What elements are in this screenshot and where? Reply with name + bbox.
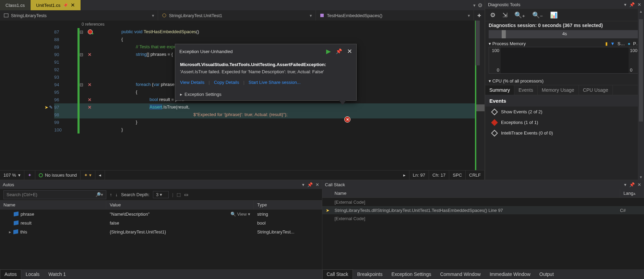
- stack-frame[interactable]: [External Code]: [322, 214, 644, 223]
- code-editor[interactable]: 0 references ➤ 87 ⊟ ● public void TestHa…: [0, 21, 485, 170]
- eol-mode[interactable]: CRLF: [466, 170, 485, 180]
- live-share-link[interactable]: Start Live Share session...: [249, 80, 301, 85]
- col-type[interactable]: Type: [254, 201, 322, 209]
- breakpoint-disabled-icon[interactable]: ✕: [88, 52, 92, 57]
- autos-row[interactable]: phrase "Name\tDescription"🔍 View ▾ strin…: [0, 210, 322, 218]
- tab-exception-settings[interactable]: Exception Settings: [387, 269, 436, 279]
- scrollbar-vertical[interactable]: [476, 21, 480, 65]
- tab-command-window[interactable]: Command Window: [436, 269, 485, 279]
- nav-class[interactable]: StringLibraryTest.UnitTest1▾: [158, 10, 316, 21]
- fold-icon[interactable]: ⊟: [80, 28, 88, 36]
- intellicode-icon[interactable]: ✦: [24, 170, 35, 180]
- diag-tab-events[interactable]: Events: [514, 85, 538, 95]
- collapse-icon[interactable]: ▾: [489, 78, 491, 84]
- split-editor-button[interactable]: ✚: [474, 10, 485, 21]
- event-show-all[interactable]: Show Events (2 of 2): [485, 106, 644, 117]
- minimap[interactable]: [475, 21, 485, 170]
- close-icon[interactable]: ✕: [637, 2, 641, 7]
- copy-details-link[interactable]: Copy Details: [214, 80, 239, 85]
- pin-icon[interactable]: 📌: [307, 182, 313, 187]
- depth-select[interactable]: 3 ▾: [153, 191, 169, 198]
- scrollbar-vertical[interactable]: ▲▼: [638, 9, 644, 180]
- diag-tab-cpu[interactable]: CPU Usage: [579, 85, 613, 95]
- autos-row[interactable]: ▸this {StringLibraryTest.UnitTest1} Stri…: [0, 227, 322, 236]
- tab-output[interactable]: Output: [535, 269, 558, 279]
- nav-method[interactable]: TestHasEmbeddedSpaces()▾: [316, 10, 474, 21]
- event-exceptions[interactable]: Exceptions (1 of 1): [485, 117, 644, 128]
- scroll-left-icon[interactable]: ◂: [95, 170, 105, 180]
- pin-icon[interactable]: 📌: [629, 2, 635, 7]
- tab-class1[interactable]: Class1.cs: [0, 0, 31, 10]
- nav-down-icon[interactable]: ↓: [116, 192, 118, 197]
- breakpoint-disabled-icon[interactable]: ✕: [88, 82, 92, 87]
- continue-icon[interactable]: ▶: [326, 48, 331, 55]
- tree-view-icon[interactable]: ⬚: [177, 192, 181, 197]
- collapse-icon[interactable]: ▾: [489, 41, 491, 46]
- tab-watch1[interactable]: Watch 1: [44, 269, 70, 279]
- cursor-line[interactable]: Ln: 97: [409, 170, 429, 180]
- zoom-in-icon[interactable]: 🔍₊: [514, 11, 525, 19]
- sort-icon[interactable]: ▴: [633, 191, 636, 196]
- tab-autos[interactable]: Autos: [0, 269, 21, 279]
- stack-frame[interactable]: [External Code]: [322, 198, 644, 206]
- tab-unittest1[interactable]: UnitTest1.cs 📌 ✕: [31, 0, 81, 10]
- scroll-right-icon[interactable]: ▸: [400, 170, 409, 180]
- text-view-icon[interactable]: ▭: [184, 192, 188, 197]
- visualizer-icon[interactable]: 🔍 View ▾: [230, 212, 250, 217]
- event-intellitrace[interactable]: IntelliTrace Events (0 of 0): [485, 128, 644, 138]
- col-value[interactable]: Value: [106, 201, 254, 209]
- view-details-link[interactable]: View Details: [180, 80, 204, 85]
- gear-icon[interactable]: ⚙: [478, 2, 482, 9]
- zoom-level[interactable]: 107 % ▾: [0, 170, 24, 180]
- breakpoint-disabled-icon[interactable]: ✕: [88, 97, 92, 102]
- stack-frame-current[interactable]: ➤ StringLibraryTests.dll!StringLibraryTe…: [322, 206, 644, 214]
- chevron-down-icon[interactable]: ▾: [473, 3, 476, 8]
- fold-icon[interactable]: ⊟: [80, 81, 88, 88]
- codelens-refs[interactable]: 0 references: [0, 22, 105, 28]
- code-navigator: StringLibraryTests▾ StringLibraryTest.Un…: [0, 10, 485, 21]
- panel-title-bar[interactable]: Autos ▾📌✕: [0, 180, 322, 189]
- zoom-out-icon[interactable]: 🔍₋: [532, 11, 543, 19]
- close-icon[interactable]: ✕: [347, 48, 352, 55]
- nav-up-icon[interactable]: ↑: [110, 192, 112, 197]
- process-memory-chart[interactable]: 1000 1000: [489, 47, 641, 74]
- tab-breakpoints[interactable]: Breakpoints: [353, 269, 387, 279]
- panel-title-bar[interactable]: Call Stack ▾📌✕: [322, 180, 644, 189]
- col-lang[interactable]: Lang: [623, 191, 633, 196]
- pin-icon[interactable]: 📌: [336, 48, 342, 54]
- panel-title-bar[interactable]: Diagnostic Tools ▾📌✕: [485, 0, 644, 9]
- breakpoint-disabled-icon[interactable]: ✕: [88, 105, 92, 110]
- fold-icon[interactable]: ⊟: [80, 51, 88, 58]
- export-icon[interactable]: ⇲: [502, 11, 508, 19]
- indent-mode[interactable]: SPC: [449, 170, 466, 180]
- brush-icon[interactable]: ✦ ▾: [81, 170, 95, 180]
- diag-tab-summary[interactable]: Summary: [485, 85, 514, 95]
- diag-tab-memory[interactable]: Memory Usage: [538, 85, 579, 95]
- exception-settings-toggle[interactable]: ▸Exception Settings: [175, 88, 356, 100]
- col-name[interactable]: Name: [0, 201, 106, 209]
- close-icon[interactable]: ✕: [71, 2, 75, 8]
- chevron-down-icon[interactable]: ▾: [624, 182, 627, 187]
- close-icon[interactable]: ✕: [637, 182, 641, 187]
- breakpoint-gutter[interactable]: ●: [88, 28, 97, 36]
- pin-icon[interactable]: 📌: [63, 3, 68, 8]
- error-icon[interactable]: ✕: [344, 116, 350, 123]
- search-input[interactable]: Search (Ctrl+E)🔎▾: [3, 190, 106, 199]
- chevron-down-icon[interactable]: ▾: [302, 182, 305, 187]
- chevron-down-icon[interactable]: ▾: [624, 2, 627, 7]
- diag-timeline[interactable]: 4s: [489, 30, 641, 38]
- tab-locals[interactable]: Locals: [21, 269, 44, 279]
- close-icon[interactable]: ✕: [315, 182, 319, 187]
- issues-status[interactable]: No issues found: [35, 170, 81, 180]
- nav-namespace[interactable]: StringLibraryTests▾: [0, 10, 158, 21]
- search-icon[interactable]: 🔎▾: [95, 192, 103, 197]
- pin-icon[interactable]: 📌: [629, 182, 635, 187]
- expand-icon[interactable]: ▸: [9, 229, 11, 234]
- col-name[interactable]: Name: [331, 189, 620, 198]
- tab-call-stack[interactable]: Call Stack: [322, 269, 353, 279]
- chart-icon[interactable]: 📊: [550, 11, 558, 19]
- autos-row[interactable]: result false bool: [0, 218, 322, 227]
- cursor-col[interactable]: Ch: 17: [429, 170, 449, 180]
- gear-icon[interactable]: ⚙: [490, 11, 496, 19]
- tab-immediate-window[interactable]: Immediate Window: [485, 269, 535, 279]
